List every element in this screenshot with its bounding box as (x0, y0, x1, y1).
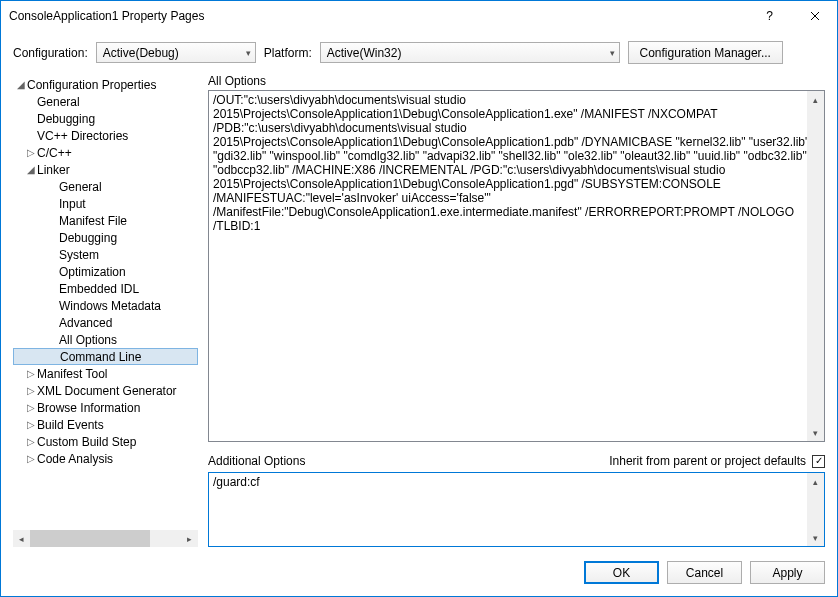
expand-icon: ▷ (25, 453, 37, 464)
tree-root[interactable]: ◢Configuration Properties (13, 76, 198, 93)
config-row: Configuration: Active(Debug) ▾ Platform:… (1, 31, 837, 72)
collapse-icon: ◢ (25, 164, 37, 175)
expand-icon: ▷ (25, 147, 37, 158)
all-options-textbox[interactable]: /OUT:"c:\users\divyabh\documents\visual … (208, 90, 825, 442)
vscroll-track[interactable] (807, 91, 824, 441)
additional-options-value: /guard:cf (213, 475, 260, 489)
scroll-thumb[interactable] (30, 530, 150, 547)
configuration-manager-button[interactable]: Configuration Manager... (628, 41, 783, 64)
configuration-label: Configuration: (13, 46, 88, 60)
scroll-down-icon[interactable]: ▾ (807, 529, 824, 546)
tree-item-debugging[interactable]: Debugging (13, 110, 198, 127)
scroll-up-icon[interactable]: ▴ (807, 473, 824, 490)
cancel-button[interactable]: Cancel (667, 561, 742, 584)
tree-item-linker-general[interactable]: General (13, 178, 198, 195)
platform-label: Platform: (264, 46, 312, 60)
tree-item-buildevents[interactable]: ▷Build Events (13, 416, 198, 433)
tree-item-linker-advanced[interactable]: Advanced (13, 314, 198, 331)
tree-item-general[interactable]: General (13, 93, 198, 110)
expand-icon: ▷ (25, 385, 37, 396)
expand-icon: ▷ (25, 436, 37, 447)
apply-button[interactable]: Apply (750, 561, 825, 584)
property-tree[interactable]: ◢Configuration Properties General Debugg… (13, 72, 198, 530)
tree-item-linker-manifest[interactable]: Manifest File (13, 212, 198, 229)
right-pane: All Options /OUT:"c:\users\divyabh\docum… (208, 72, 825, 547)
configuration-combo[interactable]: Active(Debug) ▾ (96, 42, 256, 63)
window-title: ConsoleApplication1 Property Pages (9, 9, 747, 23)
tree-item-linker-input[interactable]: Input (13, 195, 198, 212)
tree-item-manifest-tool[interactable]: ▷Manifest Tool (13, 365, 198, 382)
all-options-text: /OUT:"c:\users\divyabh\documents\visual … (213, 93, 809, 233)
ok-button[interactable]: OK (584, 561, 659, 584)
tree-panel: ◢Configuration Properties General Debugg… (13, 72, 198, 547)
tree-item-browseinfo[interactable]: ▷Browse Information (13, 399, 198, 416)
chevron-down-icon: ▾ (246, 48, 251, 58)
close-button[interactable] (792, 2, 837, 31)
check-icon: ✓ (815, 456, 823, 466)
chevron-down-icon: ▾ (610, 48, 615, 58)
configuration-value: Active(Debug) (103, 46, 179, 60)
tree-root-label: Configuration Properties (27, 78, 156, 92)
platform-combo[interactable]: Active(Win32) ▾ (320, 42, 620, 63)
tree-item-linker[interactable]: ◢Linker (13, 161, 198, 178)
scroll-left-icon[interactable]: ◂ (13, 530, 30, 547)
close-icon (810, 11, 820, 21)
inherit-checkbox-row: Inherit from parent or project defaults … (609, 454, 825, 468)
tree-item-linker-winmeta[interactable]: Windows Metadata (13, 297, 198, 314)
help-button[interactable]: ? (747, 2, 792, 31)
additional-options-label: Additional Options (208, 454, 305, 468)
tree-item-linker-embeddedidl[interactable]: Embedded IDL (13, 280, 198, 297)
tree-item-vcdirs[interactable]: VC++ Directories (13, 127, 198, 144)
main-area: ◢Configuration Properties General Debugg… (1, 72, 837, 551)
all-options-label: All Options (208, 74, 825, 88)
tree-item-linker-debugging[interactable]: Debugging (13, 229, 198, 246)
tree-item-xmldocgen[interactable]: ▷XML Document Generator (13, 382, 198, 399)
tree-item-linker-alloptions[interactable]: All Options (13, 331, 198, 348)
expand-icon: ▷ (25, 368, 37, 379)
additional-options-textbox[interactable]: /guard:cf ▴ ▾ (208, 472, 825, 547)
tree-item-linker-system[interactable]: System (13, 246, 198, 263)
platform-value: Active(Win32) (327, 46, 402, 60)
scroll-track[interactable] (30, 530, 181, 547)
dialog-footer: OK Cancel Apply (1, 551, 837, 596)
inherit-checkbox[interactable]: ✓ (812, 455, 825, 468)
inherit-label: Inherit from parent or project defaults (609, 454, 806, 468)
tree-item-custombuild[interactable]: ▷Custom Build Step (13, 433, 198, 450)
tree-hscrollbar[interactable]: ◂ ▸ (13, 530, 198, 547)
tree-item-codeanalysis[interactable]: ▷Code Analysis (13, 450, 198, 467)
additional-options-row: Additional Options Inherit from parent o… (208, 452, 825, 470)
expand-icon: ▷ (25, 402, 37, 413)
tree-item-linker-commandline[interactable]: Command Line (13, 348, 198, 365)
tree-item-linker-optimization[interactable]: Optimization (13, 263, 198, 280)
expand-icon: ▷ (25, 419, 37, 430)
titlebar: ConsoleApplication1 Property Pages ? (1, 1, 837, 31)
tree-item-ccpp[interactable]: ▷C/C++ (13, 144, 198, 161)
scroll-down-icon[interactable]: ▾ (807, 424, 824, 441)
scroll-right-icon[interactable]: ▸ (181, 530, 198, 547)
property-pages-dialog: ConsoleApplication1 Property Pages ? Con… (0, 0, 838, 597)
scroll-up-icon[interactable]: ▴ (807, 91, 824, 108)
